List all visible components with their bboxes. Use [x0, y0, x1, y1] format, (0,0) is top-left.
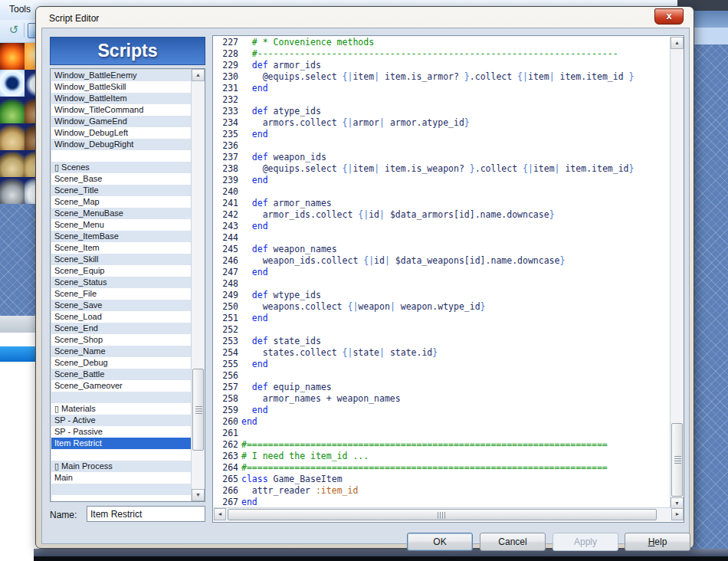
code-line: 255 end [214, 359, 671, 370]
script-list-item[interactable]: ▯ Main Process [51, 461, 192, 472]
line-number: 227 [214, 37, 238, 48]
line-number: 258 [214, 393, 238, 405]
script-list-item[interactable] [51, 392, 192, 403]
scroll-left-icon[interactable]: ◄ [214, 508, 226, 520]
palette-tile-gray-mountain[interactable] [0, 177, 25, 204]
script-list-item[interactable]: Item Restrict [51, 438, 192, 449]
script-list-item[interactable]: SP - Passive [51, 426, 192, 438]
code-line: 235 end [214, 129, 671, 140]
script-list[interactable]: Window_BattleEnemyWindow_BattleSkillWind… [50, 68, 205, 502]
code-editor[interactable]: 227 # * Convenience methods228 #--------… [212, 35, 684, 523]
line-number: 252 [214, 324, 238, 336]
code-line: 251 end [214, 313, 671, 324]
line-number: 232 [214, 94, 238, 106]
code-line: 254 states.collect {|state| state.id} [214, 347, 671, 359]
script-list-scroll-thumb[interactable] [192, 369, 204, 451]
script-list-item[interactable]: SP - Active [51, 415, 192, 426]
script-list-item[interactable]: Window_DebugRight [51, 139, 192, 150]
script-list-item[interactable]: Scene_Load [51, 311, 192, 323]
code-line: 240 [214, 186, 671, 198]
script-list-item[interactable]: Scene_Battle [51, 369, 192, 380]
script-list-item[interactable] [51, 449, 192, 461]
line-number: 233 [214, 106, 238, 117]
script-list-item[interactable]: ▯ Materials [51, 403, 192, 415]
script-list-item[interactable]: Scene_Map [51, 196, 192, 208]
line-number: 254 [214, 347, 238, 359]
code-line: 257 def equip_names [214, 382, 671, 393]
script-list-item[interactable]: Scene_File [51, 288, 192, 300]
palette-tile-sand-mound[interactable] [0, 123, 25, 150]
script-list-item[interactable]: Scene_Name [51, 346, 192, 357]
code-scroll-thumb[interactable] [671, 423, 683, 497]
code-line: 267end [214, 497, 671, 508]
script-list-item[interactable]: Scene_Title [51, 185, 192, 196]
script-list-item[interactable] [51, 150, 192, 162]
code-line: 250 weapons.collect {|weapon| weapon.wty… [214, 301, 671, 313]
code-vertical-scrollbar[interactable]: ▲ ▼ [670, 37, 684, 510]
script-list-item[interactable]: Scene_MenuBase [51, 208, 192, 219]
menu-item-tools[interactable]: Tools [9, 4, 31, 15]
script-list-item[interactable]: Scene_Debug [51, 357, 192, 369]
script-list-item[interactable]: Scene_End [51, 323, 192, 334]
script-list-item[interactable]: Scene_Base [51, 173, 192, 185]
screen: Tools ↺ Script Editor x Scripts Window_B… [0, 0, 728, 561]
script-list-item[interactable]: Scene_Gameover [51, 380, 192, 392]
close-icon: x [666, 10, 671, 21]
script-list-item[interactable]: Scene_Status [51, 277, 192, 288]
script-list-item[interactable]: Scene_Shop [51, 334, 192, 346]
line-number: 265 [214, 474, 238, 485]
code-line: 234 armors.collect {|armor| armor.atype_… [214, 117, 671, 129]
line-number: 260 [214, 416, 238, 428]
line-number: 255 [214, 359, 238, 370]
scroll-up-icon[interactable]: ▲ [192, 69, 205, 81]
script-list-item[interactable]: Window_TitleCommand [51, 104, 192, 116]
script-list-item[interactable]: Scene_Equip [51, 265, 192, 277]
code-line: 244 [214, 232, 671, 244]
line-number: 243 [214, 221, 238, 232]
line-number: 245 [214, 244, 238, 255]
help-button[interactable]: Help [625, 533, 690, 551]
scroll-down-icon[interactable]: ▼ [192, 489, 205, 501]
code-line: 236 [214, 140, 671, 152]
scroll-right-icon[interactable]: ► [671, 508, 684, 520]
script-list-item[interactable]: Scene_Save [51, 300, 192, 311]
script-list-item[interactable]: Scene_ItemBase [51, 231, 192, 242]
script-list-item[interactable]: Scene_Skill [51, 254, 192, 265]
palette-tile-rock-spikes[interactable] [0, 150, 25, 177]
script-list-scrollbar[interactable]: ▲ ▼ [191, 69, 205, 501]
dialog-client-area: Scripts Window_BattleEnemyWindow_BattleS… [41, 28, 690, 544]
code-line: 253 def state_ids [214, 336, 671, 347]
code-line: 228 #-----------------------------------… [214, 48, 671, 60]
code-lines[interactable]: 227 # * Convenience methods228 #--------… [214, 37, 671, 509]
code-line: 239 end [214, 175, 671, 186]
palette-tile-ice-hole[interactable] [0, 70, 25, 97]
script-list-item[interactable]: Window_DebugLeft [51, 127, 192, 139]
script-list-item[interactable]: Scene_Menu [51, 219, 192, 231]
code-horizontal-scrollbar[interactable]: ◄ ► [214, 507, 684, 521]
undo-icon[interactable]: ↺ [6, 22, 21, 38]
name-input[interactable] [87, 506, 205, 522]
cancel-button[interactable]: Cancel [480, 533, 546, 551]
ok-button[interactable]: OK [407, 533, 473, 551]
code-line: 238 @equips.select {|item| item.is_weapo… [214, 163, 671, 175]
dialog-titlebar[interactable]: Script Editor x [37, 8, 693, 28]
scroll-up-icon[interactable]: ▲ [671, 37, 684, 49]
script-list-item[interactable]: Window_BattleEnemy [51, 70, 192, 81]
script-list-item[interactable]: Window_BattleItem [51, 93, 192, 104]
line-number: 241 [214, 198, 238, 209]
script-list-item[interactable]: Scene_Item [51, 242, 192, 254]
palette-tile-fire[interactable] [0, 43, 25, 70]
bottom-edge [34, 556, 728, 561]
code-line: 233 def atype_ids [214, 106, 671, 117]
line-number: 231 [214, 83, 238, 94]
code-hscroll-thumb[interactable] [228, 509, 657, 520]
script-list-item[interactable]: Window_BattleSkill [51, 81, 192, 93]
code-line: 249 def wtype_ids [214, 290, 671, 301]
code-line: 243 end [214, 221, 671, 232]
script-list-item[interactable]: Main [51, 472, 192, 484]
close-button[interactable]: x [654, 8, 684, 25]
script-list-item[interactable] [51, 484, 192, 495]
script-list-item[interactable]: ▯ Scenes [51, 162, 192, 173]
palette-tile-green-mountain[interactable] [0, 97, 25, 123]
script-list-item[interactable]: Window_GameEnd [51, 116, 192, 127]
